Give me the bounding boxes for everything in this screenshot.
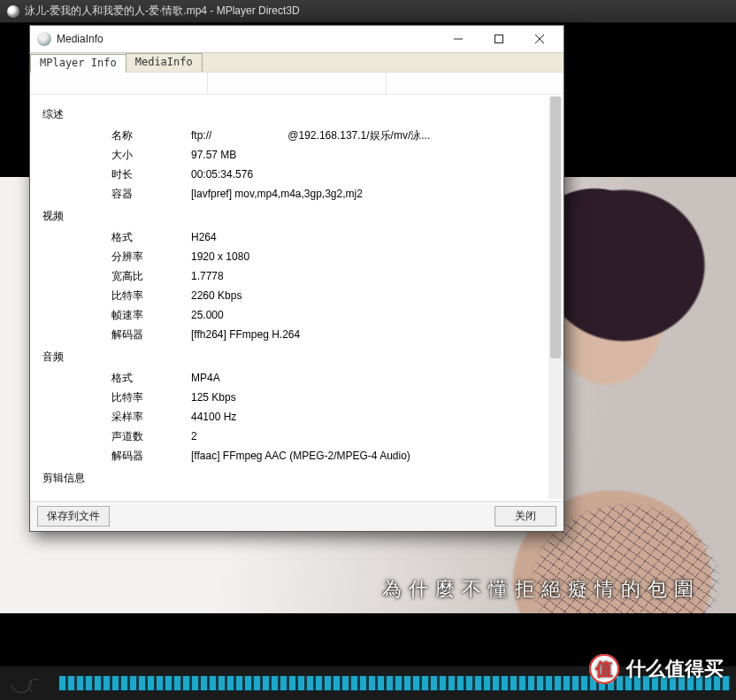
row-duration: 时长00:05:34.576 [42, 165, 551, 184]
value: MP4A [191, 368, 551, 388]
section-overview-heading: 综述 [42, 107, 551, 122]
label: 比特率 [42, 286, 191, 305]
maximize-button[interactable] [479, 27, 519, 51]
label: 格式 [42, 227, 191, 247]
dialog-titlebar[interactable]: MediaInfo [30, 26, 564, 52]
value: [ffh264] FFmpeg H.264 [191, 325, 551, 344]
section-clip-heading: 剪辑信息 [42, 471, 551, 486]
toolbar-slot-3[interactable] [387, 73, 564, 94]
dialog-tabs: MPlayer Info MediaInfo [30, 52, 564, 72]
section-audio-heading: 音频 [42, 350, 551, 365]
app-icon [7, 5, 19, 18]
row-audio-channels: 声道数2 [42, 427, 551, 446]
mediainfo-dialog: MediaInfo MPlayer Info MediaInfo 综述 名称 f… [29, 25, 564, 532]
svg-rect-0 [495, 35, 503, 43]
close-button[interactable] [519, 27, 560, 51]
label: 声道数 [42, 427, 191, 446]
watermark-badge-icon: 值 [589, 654, 619, 684]
value: 25.000 [191, 305, 551, 325]
label: 宽高比 [42, 266, 191, 286]
dialog-toolbar [30, 72, 564, 95]
row-audio-sample: 采样率44100 Hz [42, 407, 551, 427]
label: 比特率 [42, 388, 191, 407]
toolbar-slot-2[interactable] [208, 73, 386, 94]
toolbar-slot-1[interactable] [30, 73, 208, 94]
row-video-res: 分辨率1920 x 1080 [42, 247, 551, 266]
value: H264 [191, 227, 551, 247]
row-video-fps: 帧速率25.000 [42, 305, 551, 325]
tab-mediainfo[interactable]: MediaInfo [126, 53, 203, 72]
redacted-credentials [211, 130, 288, 142]
row-name: 名称 ftp://@192.168.137.1/娱乐/mv/泳... [42, 126, 551, 145]
label: 帧速率 [42, 305, 191, 325]
value: 2260 Kbps [191, 286, 551, 305]
label: 分辨率 [42, 247, 191, 266]
close-icon [535, 35, 544, 43]
dialog-title: MediaInfo [57, 33, 104, 45]
value: 00:05:34.576 [191, 165, 551, 184]
label: 解码器 [42, 325, 191, 344]
scrollbar-thumb[interactable] [550, 96, 561, 358]
value: 1920 x 1080 [191, 247, 551, 266]
decorative-flourish-icon [5, 670, 58, 696]
label: 格式 [42, 368, 191, 388]
value: [ffaac] FFmpeg AAC (MPEG-2/MPEG-4 Audio) [191, 446, 551, 465]
value: 125 Kbps [191, 388, 551, 407]
watermark: 值 什么值得买 [589, 654, 724, 684]
section-video-heading: 视频 [42, 209, 551, 224]
label: 采样率 [42, 407, 191, 427]
value: 97.57 MB [191, 145, 551, 165]
label: 时长 [42, 165, 191, 184]
label: 容器 [42, 184, 191, 204]
value: [lavfpref] mov,mp4,m4a,3gp,3g2,mj2 [191, 184, 551, 204]
dialog-footer: 保存到文件 关闭 [30, 501, 564, 531]
label: 名称 [42, 126, 191, 145]
row-video-aspect: 宽高比1.7778 [42, 266, 551, 286]
value-post: @192.168.137.1/娱乐/mv/泳... [288, 129, 430, 142]
value-pre: ftp:// [191, 129, 211, 142]
minimize-button[interactable] [438, 27, 479, 51]
value: 44100 Hz [191, 407, 551, 427]
minimize-icon [454, 35, 463, 43]
row-audio-bitrate: 比特率125 Kbps [42, 388, 551, 407]
dialog-body[interactable]: 综述 名称 ftp://@192.168.137.1/娱乐/mv/泳... 大小… [30, 95, 564, 501]
value: 2 [191, 427, 551, 446]
row-audio-decoder: 解码器[ffaac] FFmpeg AAC (MPEG-2/MPEG-4 Aud… [42, 446, 551, 465]
player-title: 泳儿-爱我的人和我爱的人-爱·情歌.mp4 - MPlayer Direct3D [25, 4, 300, 19]
row-video-decoder: 解码器[ffh264] FFmpeg H.264 [42, 325, 551, 344]
dialog-app-icon [37, 32, 51, 46]
scrollbar[interactable] [548, 96, 563, 499]
subtitle-line: 為什麼不懂拒絕癡情的包圍 [0, 576, 736, 603]
value: 1.7778 [191, 266, 551, 286]
player-titlebar[interactable]: 泳儿-爱我的人和我爱的人-爱·情歌.mp4 - MPlayer Direct3D [0, 0, 736, 23]
value: ftp://@192.168.137.1/娱乐/mv/泳... [191, 126, 551, 145]
row-container: 容器[lavfpref] mov,mp4,m4a,3gp,3g2,mj2 [42, 184, 551, 204]
watermark-text: 什么值得买 [626, 656, 724, 682]
row-video-format: 格式H264 [42, 227, 551, 247]
dialog-close-button[interactable]: 关闭 [494, 506, 556, 527]
tab-mplayer-info[interactable]: MPlayer Info [30, 54, 126, 73]
label: 解码器 [42, 446, 191, 465]
label: 大小 [42, 145, 191, 165]
maximize-icon [494, 35, 503, 43]
row-audio-format: 格式MP4A [42, 368, 551, 388]
save-to-file-button[interactable]: 保存到文件 [37, 506, 110, 527]
row-size: 大小97.57 MB [42, 145, 551, 165]
row-video-bitrate: 比特率2260 Kbps [42, 286, 551, 305]
